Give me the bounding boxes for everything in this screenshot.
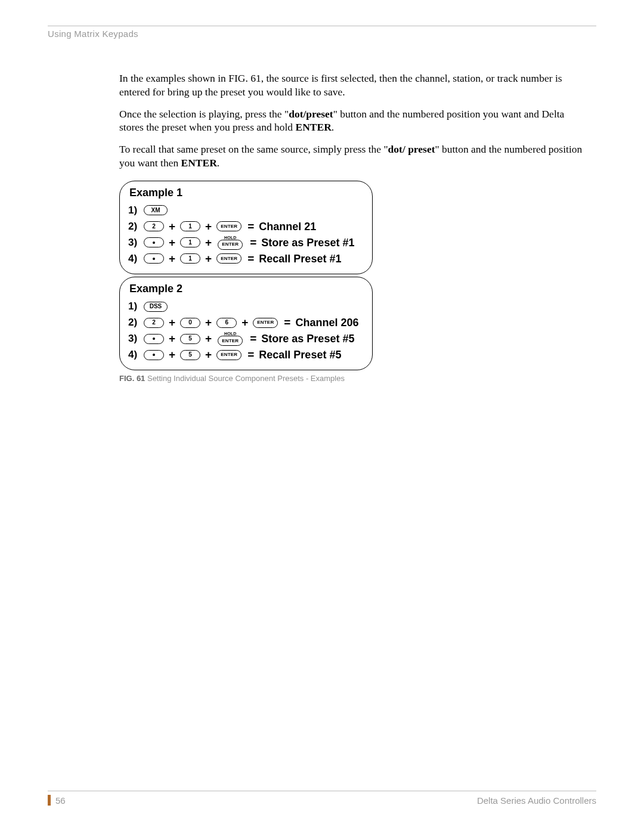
- ex1-s4-num: 4): [128, 252, 143, 266]
- equals-icon: =: [250, 236, 256, 250]
- figure-caption-text: Setting Individual Source Component Pres…: [145, 374, 345, 383]
- hold-label: HOLD: [224, 332, 237, 336]
- ex2-step-3: 3) + 5 + HOLD ENTER = Store as Preset #5: [128, 332, 364, 346]
- key-1: 1: [180, 253, 200, 264]
- paragraph-1: In the examples shown in FIG. 61, the so…: [119, 72, 584, 99]
- key-5: 5: [180, 334, 200, 344]
- equals-icon: =: [247, 252, 254, 266]
- plus-icon: +: [205, 236, 212, 250]
- p2-a: Once the selection is playing, press the…: [119, 108, 289, 120]
- example-1-title: Example 1: [129, 186, 364, 200]
- ex2-s1-num: 1): [128, 299, 143, 314]
- plus-icon: +: [169, 332, 175, 346]
- key-5: 5: [180, 350, 200, 360]
- footer-doc-title: Delta Series Audio Controllers: [477, 795, 596, 806]
- p2-d: ENTER: [296, 121, 332, 133]
- p3-a: To recall that same preset on the same s…: [119, 143, 388, 155]
- body-content: In the examples shown in FIG. 61, the so…: [119, 72, 584, 384]
- key-dot: [144, 237, 164, 247]
- key-enter: ENTER: [253, 318, 278, 328]
- p1-text: In the examples shown in FIG. 61, the so…: [119, 72, 562, 98]
- ex1-step-3: 3) + 1 + HOLD ENTER = Store as Preset #1: [128, 236, 364, 250]
- page: Using Matrix Keypads In the examples sho…: [0, 0, 644, 833]
- key-1: 1: [180, 237, 200, 247]
- equals-icon: =: [284, 315, 290, 330]
- example-2-box: Example 2 1) DSS 2) 2 + 0 + 6 + ENTER = …: [119, 277, 373, 370]
- plus-icon: +: [205, 252, 212, 266]
- key-enter: ENTER: [216, 350, 242, 360]
- plus-icon: +: [169, 315, 175, 330]
- key-dot: [144, 350, 164, 360]
- p3-e: .: [217, 157, 219, 169]
- figure-61: Example 1 1) XM 2) 2 + 1 + ENTER = Chann…: [119, 181, 373, 385]
- ex1-step-1: 1) XM: [128, 203, 364, 218]
- footer-rule: [48, 791, 596, 791]
- ex2-s4-num: 4): [128, 348, 143, 362]
- plus-icon: +: [205, 332, 212, 346]
- key-0: 0: [180, 318, 200, 328]
- p2-e: .: [332, 121, 334, 133]
- plus-icon: +: [242, 315, 248, 330]
- ex1-step-4: 4) + 1 + ENTER = Recall Preset #1: [128, 252, 364, 266]
- example-2-title: Example 2: [129, 282, 364, 296]
- figure-number: FIG. 61: [119, 374, 145, 383]
- ex1-s2-num: 2): [128, 219, 143, 234]
- ex2-s2-result: Channel 206: [295, 315, 358, 330]
- key-6: 6: [216, 318, 237, 328]
- ex1-s2-result: Channel 21: [259, 219, 316, 234]
- ex2-step-2: 2) 2 + 0 + 6 + ENTER = Channel 206: [128, 315, 364, 330]
- equals-icon: =: [247, 219, 254, 234]
- plus-icon: +: [169, 348, 175, 362]
- ex2-step-1: 1) DSS: [128, 299, 364, 314]
- plus-icon: +: [169, 219, 175, 234]
- key-1: 1: [180, 221, 200, 231]
- plus-icon: +: [205, 348, 212, 362]
- key-xm: XM: [144, 205, 168, 215]
- key-dot: [144, 253, 164, 264]
- plus-icon: +: [205, 315, 212, 330]
- ex1-step-2: 2) 2 + 1 + ENTER = Channel 21: [128, 219, 364, 234]
- figure-caption: FIG. 61 Setting Individual Source Compon…: [119, 374, 373, 384]
- plus-icon: +: [169, 236, 175, 250]
- ex2-s3-num: 3): [128, 332, 143, 346]
- ex2-step-4: 4) + 5 + ENTER = Recall Preset #5: [128, 348, 364, 362]
- page-number: 56: [55, 795, 66, 806]
- key-enter: ENTER: [218, 336, 243, 346]
- key-enter: ENTER: [218, 240, 243, 250]
- key-enter: ENTER: [216, 221, 242, 231]
- hold-label: HOLD: [224, 236, 237, 240]
- paragraph-2: Once the selection is playing, press the…: [119, 107, 584, 135]
- footer-left: 56: [48, 795, 66, 806]
- ex1-s3-result: Store as Preset #1: [261, 236, 354, 250]
- section-header: Using Matrix Keypads: [48, 29, 596, 39]
- header-rule: [48, 26, 596, 26]
- key-enter: ENTER: [216, 253, 242, 264]
- ex2-s3-result: Store as Preset #5: [261, 332, 354, 346]
- key-hold-enter: HOLD ENTER: [216, 332, 244, 346]
- key-dot: [144, 334, 164, 344]
- p3-d: ENTER: [181, 157, 217, 169]
- paragraph-3: To recall that same preset on the same s…: [119, 143, 584, 170]
- ex2-s4-result: Recall Preset #5: [259, 348, 341, 362]
- key-2: 2: [144, 318, 164, 328]
- ex1-s3-num: 3): [128, 236, 143, 250]
- key-2: 2: [144, 221, 164, 231]
- p2-b: dot/preset: [289, 108, 333, 120]
- page-footer: 56 Delta Series Audio Controllers: [48, 791, 596, 806]
- equals-icon: =: [247, 348, 254, 362]
- plus-icon: +: [169, 252, 175, 266]
- key-dss: DSS: [144, 302, 168, 312]
- key-hold-enter: HOLD ENTER: [216, 236, 244, 250]
- p3-b: dot/ preset: [388, 143, 435, 155]
- footer-accent-bar: [48, 795, 51, 806]
- footer-row: 56 Delta Series Audio Controllers: [48, 795, 596, 806]
- ex1-s1-num: 1): [128, 203, 143, 218]
- ex1-s4-result: Recall Preset #1: [259, 252, 341, 266]
- example-1-box: Example 1 1) XM 2) 2 + 1 + ENTER = Chann…: [119, 181, 373, 274]
- equals-icon: =: [250, 332, 256, 346]
- plus-icon: +: [205, 219, 212, 234]
- ex2-s2-num: 2): [128, 315, 143, 330]
